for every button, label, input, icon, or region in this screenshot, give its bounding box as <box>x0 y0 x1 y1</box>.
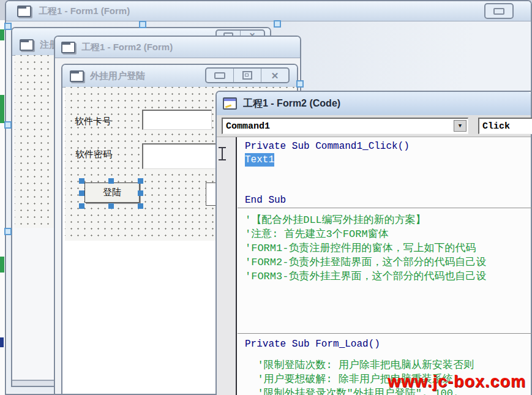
clipped-text-fragment <box>0 257 4 273</box>
event-combobox[interactable]: Click <box>478 118 532 134</box>
selection-handle[interactable] <box>108 178 114 184</box>
form1-caption-buttons <box>484 3 514 19</box>
vb-ide-screen: 工程1 - Form1 (Form) 注册 ✕ 工程1 - Form2 (For… <box>0 0 532 395</box>
code-line[interactable]: 'FORM3-负责外挂主界面，这个部分的代码也自己设 <box>245 269 486 284</box>
code-block[interactable]: Private Sub Command1_Click()Text1End Sub <box>245 140 410 207</box>
code-line[interactable] <box>245 167 410 180</box>
clipped-text-fragment <box>0 337 4 347</box>
code-combo-row: Command1 ▼ Click <box>217 115 531 137</box>
code-line[interactable]: 'FORM1-负责注册控件用的窗体，写上如下的代码 <box>245 241 486 255</box>
zhuce-design-surface[interactable] <box>15 55 55 228</box>
watermark: www.jc-box.com <box>388 372 526 391</box>
object-combobox-value: Command1 <box>226 121 270 132</box>
chevron-down-icon: ▼ <box>459 123 462 129</box>
close-icon: ✕ <box>271 71 279 80</box>
clipped-text-fragment <box>0 95 4 123</box>
code-title: 工程1 - Form2 (Code) <box>243 97 340 110</box>
code-titlebar[interactable]: 工程1 - Form2 (Code) <box>217 92 531 116</box>
code-line[interactable] <box>245 180 410 194</box>
code-window: 工程1 - Form2 (Code) Command1 ▼ Click Priv… <box>215 91 532 395</box>
login-form-titlebar[interactable]: 外挂用户登陆 ✕ <box>62 65 297 88</box>
code-line[interactable]: Private Sub Command1_Click() <box>245 140 410 153</box>
procedure-separator <box>238 208 532 208</box>
form-icon <box>61 42 75 53</box>
code-block[interactable]: Private Sub Form_Load() <box>245 337 380 351</box>
login-button[interactable]: 登陆 <box>84 182 140 203</box>
event-combobox-value: Click <box>482 121 510 132</box>
card-textbox[interactable] <box>142 110 212 130</box>
login-form-title: 外挂用户登陆 <box>90 70 145 82</box>
selection-handle[interactable] <box>139 21 146 28</box>
selection-handle[interactable] <box>138 178 143 184</box>
dropdown-button[interactable]: ▼ <box>454 120 466 132</box>
selection-handle[interactable] <box>274 20 281 28</box>
selection-handle[interactable] <box>138 203 143 209</box>
code-line[interactable]: End Sub <box>245 194 410 207</box>
maximize-button[interactable] <box>233 69 261 82</box>
selection-handle[interactable] <box>296 80 304 88</box>
procedure-separator <box>238 333 532 334</box>
object-combobox[interactable]: Command1 ▼ <box>222 118 468 134</box>
selection-handle[interactable] <box>108 203 114 209</box>
form1-titlebar[interactable]: 工程1 - Form1 (Form) <box>6 1 531 21</box>
form1-title: 工程1 - Form1 (Form) <box>39 6 130 17</box>
card-label: 软件卡号 <box>75 116 111 127</box>
code-line[interactable]: 'FORM2-负责外挂登陆界面，这个部分的代码自己设 <box>245 255 486 269</box>
password-textbox[interactable] <box>142 143 218 169</box>
form2-title: 工程1 - Form2 (Form) <box>81 42 173 53</box>
selection-handle[interactable] <box>138 190 143 196</box>
comment-block[interactable]: '【配合外挂DLL编写外挂的新的方案】'注意: 首先建立3个FORM窗体'FOR… <box>245 213 486 284</box>
code-line[interactable]: Private Sub Form_Load() <box>245 337 380 351</box>
code-icon <box>223 97 237 110</box>
selection-handle[interactable] <box>79 178 84 184</box>
code-line[interactable]: Text1 <box>245 153 410 167</box>
selection-handle[interactable] <box>4 121 12 129</box>
minimize-icon <box>214 72 225 79</box>
selection-handle[interactable] <box>79 203 84 209</box>
minimize-button[interactable] <box>485 4 512 18</box>
ibeam-cursor <box>217 146 227 162</box>
minimize-button[interactable] <box>206 69 233 82</box>
minimize-icon <box>493 8 504 15</box>
selection-handle[interactable] <box>79 190 84 196</box>
close-button[interactable]: ✕ <box>261 69 288 82</box>
form-icon <box>20 39 34 51</box>
selection-handle[interactable] <box>4 228 12 235</box>
password-label: 软件密码 <box>75 149 112 160</box>
form-icon <box>70 70 84 82</box>
login-caption-buttons: ✕ <box>205 67 290 83</box>
code-line[interactable]: '注意: 首先建立3个FORM窗体 <box>245 227 486 241</box>
code-line[interactable]: '【配合外挂DLL编写外挂的新的方案】 <box>245 213 486 227</box>
selection-handle[interactable] <box>4 23 12 30</box>
maximize-icon <box>242 71 252 80</box>
form-icon <box>17 6 31 17</box>
code-line[interactable]: '限制登陆次数: 用户除非把电脑从新安装否则 <box>245 358 474 372</box>
clipped-text-fragment <box>0 29 4 40</box>
code-margin[interactable] <box>217 137 237 395</box>
form2-titlebar[interactable]: 工程1 - Form2 (Form) <box>55 37 300 58</box>
code-editor[interactable]: Private Sub Command1_Click()Text1End Sub… <box>217 137 531 395</box>
